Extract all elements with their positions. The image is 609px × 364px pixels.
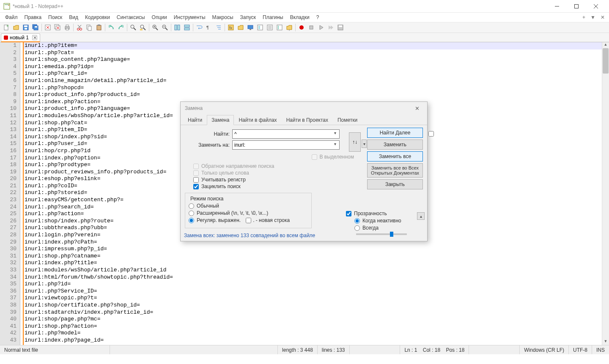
print-icon[interactable] xyxy=(63,23,72,32)
find-input[interactable]: ^ ▾ xyxy=(232,129,340,139)
svg-rect-46 xyxy=(184,25,189,27)
menu-tools[interactable]: Инструменты xyxy=(170,14,209,21)
replace-all-docs-button[interactable]: Заменить все во Всех Открытых Документах xyxy=(367,163,423,178)
chevron-down-icon[interactable]: ▾ xyxy=(362,140,367,148)
transparency-checkbox[interactable]: Прозрачность xyxy=(346,211,422,216)
menu-view[interactable]: Вид xyxy=(66,14,82,21)
tab-marks[interactable]: Пометки xyxy=(333,115,362,125)
close-button[interactable] xyxy=(586,0,606,13)
menu-tabs[interactable]: Вкладки xyxy=(287,14,313,21)
dialog-body: Найти: ^ ▾ Заменить на: inurl: ▾ ↑↓ ▾ xyxy=(181,125,427,231)
status-lines: lines : 133 xyxy=(318,345,350,354)
tab-find[interactable]: Найти xyxy=(183,115,207,125)
close-icon[interactable] xyxy=(43,23,52,32)
cut-icon[interactable] xyxy=(75,23,84,32)
svg-line-33 xyxy=(134,28,136,30)
tab-find-in-files[interactable]: Найти в файлах xyxy=(234,115,281,125)
lang-icon[interactable]: fx xyxy=(226,23,236,32)
find-icon[interactable] xyxy=(129,23,138,32)
macro-play-icon[interactable] xyxy=(316,23,326,32)
replace-label: Заменить на: xyxy=(185,142,230,148)
macro-record-icon[interactable] xyxy=(297,23,306,32)
mode-normal-radio[interactable]: Обычный xyxy=(189,203,308,209)
svg-rect-23 xyxy=(66,28,69,30)
chevron-down-icon[interactable]: ▾ xyxy=(332,142,338,148)
dot-newline-checkbox[interactable]: . - новая строка xyxy=(246,217,290,223)
close-all-icon[interactable] xyxy=(53,23,62,32)
dialog-titlebar[interactable]: Замена ✕ xyxy=(181,102,427,115)
menu-run[interactable]: Запуск xyxy=(237,14,260,21)
menu-x-icon[interactable]: ✕ xyxy=(598,14,607,20)
menu-options[interactable]: Опции xyxy=(148,14,170,21)
close-dialog-button[interactable]: Закрыть xyxy=(367,179,423,189)
undo-icon[interactable] xyxy=(107,23,116,32)
sync-v-icon[interactable] xyxy=(173,23,182,32)
slider-knob[interactable] xyxy=(390,232,393,237)
replace-all-button[interactable]: Заменить все xyxy=(367,151,423,161)
swap-button[interactable]: ↑↓ ▾ xyxy=(349,132,361,152)
dialog-close-icon[interactable]: ✕ xyxy=(411,105,423,112)
svg-line-26 xyxy=(78,25,81,28)
new-file-icon[interactable] xyxy=(2,23,11,32)
doc-list-icon[interactable] xyxy=(265,23,274,32)
find-next-button[interactable]: Найти Далее xyxy=(367,128,423,138)
replace-button[interactable]: Заменить xyxy=(367,140,423,150)
macro-stop-icon[interactable] xyxy=(307,23,316,32)
menu-search[interactable]: Поиск xyxy=(45,14,66,21)
save-all-icon[interactable] xyxy=(31,23,40,32)
menu-syntax[interactable]: Синтаксисы xyxy=(113,14,148,21)
transparency-slider[interactable] xyxy=(356,233,407,235)
show-all-chars-icon[interactable]: ¶ xyxy=(204,23,214,32)
indent-guide-icon[interactable] xyxy=(214,23,223,32)
zoom-in-icon[interactable] xyxy=(151,23,160,32)
minimize-button[interactable] xyxy=(547,0,567,13)
zoom-out-icon[interactable] xyxy=(160,23,170,32)
doc-map-icon[interactable] xyxy=(255,23,265,32)
menu-file[interactable]: Файл xyxy=(2,14,21,21)
replace-input[interactable]: inurl: ▾ xyxy=(232,140,340,150)
status-length: length : 3 448 xyxy=(278,345,318,354)
func-list-icon[interactable] xyxy=(275,23,284,32)
paste-icon[interactable] xyxy=(94,23,104,32)
wrap-checkbox[interactable]: Зациклить поиск xyxy=(193,183,342,189)
menu-plugins[interactable]: Плагины xyxy=(259,14,287,21)
save-icon[interactable] xyxy=(21,23,30,32)
mode-regex-radio[interactable]: Регуляр. выражен. . - новая строка xyxy=(189,217,308,223)
redo-icon[interactable] xyxy=(116,23,126,32)
tab-close-icon[interactable]: ✕ xyxy=(32,35,37,40)
menu-dropdown-icon[interactable]: ▼ xyxy=(588,14,598,20)
tab-replace[interactable]: Замена xyxy=(207,115,234,125)
match-case-checkbox[interactable]: Учитывать регистр xyxy=(193,177,342,183)
folder-tree-icon[interactable] xyxy=(285,23,294,32)
vertical-scrollbar[interactable]: ▲ ▼ xyxy=(602,42,609,345)
trans-always-radio[interactable]: Всегда xyxy=(354,225,422,231)
find-next-extra-checkbox[interactable] xyxy=(428,131,434,138)
svg-rect-10 xyxy=(25,28,27,30)
mode-extended-radio[interactable]: Расширенный (\n, \r, \t, \0, \x...) xyxy=(189,210,308,216)
status-eol: Windows (CR LF) xyxy=(520,345,569,354)
menu-encoding[interactable]: Кодировки xyxy=(82,14,113,21)
menu-macros[interactable]: Макросы xyxy=(209,14,237,21)
scroll-up-icon[interactable]: ▲ xyxy=(602,42,609,48)
menu-edit[interactable]: Правка xyxy=(21,14,45,21)
file-tab[interactable]: новый 1 ✕ xyxy=(1,33,40,42)
trans-inactive-radio[interactable]: Когда неактивно xyxy=(354,218,422,224)
scroll-down-icon[interactable]: ▼ xyxy=(602,339,609,345)
collapse-dialog-icon[interactable]: ▴ xyxy=(417,212,425,220)
scroll-thumb[interactable] xyxy=(603,48,609,74)
wordwrap-icon[interactable] xyxy=(195,23,204,32)
copy-icon[interactable] xyxy=(85,23,94,32)
file-tab-label: новый 1 xyxy=(10,35,29,41)
macro-save-icon[interactable] xyxy=(336,23,345,32)
tab-find-in-projects[interactable]: Найти в Проектах xyxy=(282,115,333,125)
open-file-icon[interactable] xyxy=(11,23,21,32)
menu-help[interactable]: ? xyxy=(313,14,323,21)
sync-h-icon[interactable] xyxy=(182,23,192,32)
maximize-button[interactable] xyxy=(567,0,586,13)
replace-icon[interactable] xyxy=(138,23,148,32)
chevron-down-icon[interactable]: ▾ xyxy=(332,131,338,137)
folder-icon[interactable] xyxy=(236,23,245,32)
monitor-icon[interactable] xyxy=(246,23,255,32)
macro-play-multi-icon[interactable] xyxy=(326,23,335,32)
menu-plus-icon[interactable]: + xyxy=(580,14,588,20)
